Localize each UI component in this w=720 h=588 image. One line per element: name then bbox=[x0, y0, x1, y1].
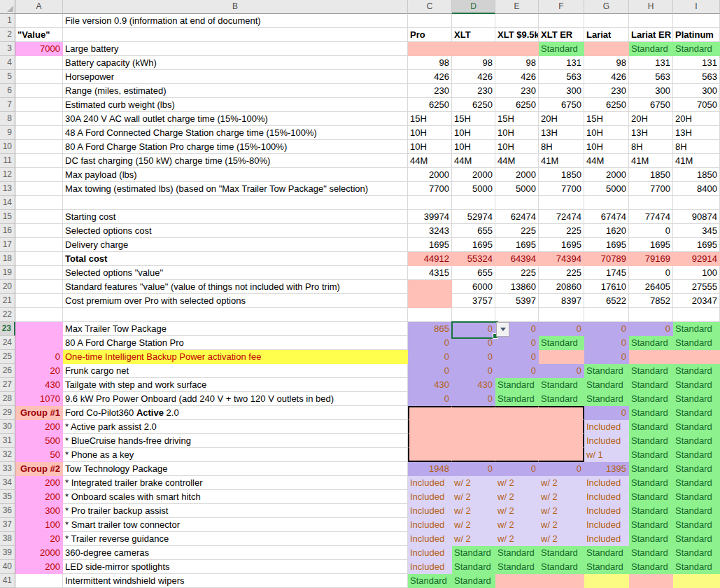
cell-C15[interactable]: 39974 bbox=[408, 210, 452, 224]
row-header-4[interactable]: 4 bbox=[0, 56, 15, 70]
cell-D22[interactable] bbox=[452, 308, 495, 322]
cell-E37[interactable]: w/ 2 bbox=[495, 518, 539, 532]
cell-E38[interactable]: w/ 2 bbox=[495, 532, 539, 546]
cell-I12[interactable]: 1850 bbox=[673, 168, 720, 182]
cell-C27[interactable]: 430 bbox=[408, 378, 452, 392]
cell-G17[interactable]: 1695 bbox=[584, 238, 629, 252]
cell-F34[interactable]: w/ 2 bbox=[539, 476, 584, 490]
cell-A15[interactable] bbox=[15, 210, 63, 224]
cell-E9[interactable]: 10H bbox=[495, 126, 539, 140]
cell-E6[interactable]: 230 bbox=[495, 84, 539, 98]
cell-D15[interactable]: 52974 bbox=[452, 210, 495, 224]
cell-F36[interactable]: w/ 2 bbox=[539, 504, 584, 518]
cell-B28[interactable]: 9.6 kW Pro Power Onboard (add 240 V + tw… bbox=[63, 392, 408, 406]
cell-I29[interactable]: Standard bbox=[673, 406, 720, 420]
row-header-8[interactable]: 8 bbox=[0, 112, 15, 126]
cell-E14[interactable] bbox=[495, 196, 539, 210]
cell-I31[interactable]: Standard bbox=[673, 434, 720, 448]
cell-I37[interactable]: Standard bbox=[673, 518, 720, 532]
cell-F40[interactable]: Standard bbox=[539, 560, 584, 574]
cell-D13[interactable]: 5000 bbox=[452, 182, 495, 196]
cell-A28[interactable]: 1070 bbox=[15, 392, 63, 406]
cell-H14[interactable] bbox=[629, 196, 673, 210]
cell-E20[interactable]: 13860 bbox=[495, 280, 539, 294]
cell-G5[interactable]: 426 bbox=[584, 70, 629, 84]
cell-C20[interactable] bbox=[408, 280, 452, 294]
row-header-26[interactable]: 26 bbox=[0, 364, 15, 378]
cell-C28[interactable]: 0 bbox=[408, 392, 452, 406]
column-header-D[interactable]: D bbox=[452, 0, 495, 14]
cell-G34[interactable]: Included bbox=[584, 476, 629, 490]
row-header-33[interactable]: 33 bbox=[0, 462, 15, 476]
cell-C37[interactable]: Included bbox=[408, 518, 452, 532]
cell-A8[interactable] bbox=[15, 112, 63, 126]
cell-E28[interactable]: Standard bbox=[495, 392, 539, 406]
row-header-2[interactable]: 2 bbox=[0, 28, 15, 42]
cell-B20[interactable]: Standard features "value" (value of thin… bbox=[63, 280, 408, 294]
cell-C22[interactable] bbox=[408, 308, 452, 322]
cell-F17[interactable]: 1695 bbox=[539, 238, 584, 252]
cell-A36[interactable]: 300 bbox=[15, 504, 63, 518]
cell-F16[interactable]: 225 bbox=[539, 224, 584, 238]
cell-A27[interactable]: 430 bbox=[15, 378, 63, 392]
cell-I26[interactable]: Standard bbox=[673, 364, 720, 378]
cell-C13[interactable]: 7700 bbox=[408, 182, 452, 196]
cell-B22[interactable] bbox=[63, 308, 408, 322]
cell-G41[interactable] bbox=[584, 574, 629, 588]
row-header-29[interactable]: 29 bbox=[0, 406, 15, 420]
cell-I23[interactable]: Standard bbox=[673, 322, 720, 336]
cell-C4[interactable]: 98 bbox=[408, 56, 452, 70]
cell-F5[interactable]: 563 bbox=[539, 70, 584, 84]
cell-D21[interactable]: 3757 bbox=[452, 294, 495, 308]
cell-E30[interactable] bbox=[495, 420, 539, 434]
cell-B11[interactable]: DC fast charging (150 kW) charge time (1… bbox=[63, 154, 408, 168]
cell-C39[interactable]: Included bbox=[408, 546, 452, 560]
cell-A17[interactable] bbox=[15, 238, 63, 252]
cell-B29[interactable]: Ford Co-Pilot360 Active 2.0 bbox=[63, 406, 408, 420]
cell-A34[interactable]: 200 bbox=[15, 476, 63, 490]
row-header-16[interactable]: 16 bbox=[0, 224, 15, 238]
cell-C1[interactable] bbox=[408, 14, 452, 28]
cell-H31[interactable]: Standard bbox=[629, 434, 673, 448]
row-header-20[interactable]: 20 bbox=[0, 280, 15, 294]
cell-G1[interactable] bbox=[584, 14, 629, 28]
cell-A18[interactable] bbox=[15, 252, 63, 266]
cell-E13[interactable]: 5000 bbox=[495, 182, 539, 196]
cell-A22[interactable] bbox=[15, 308, 63, 322]
row-header-36[interactable]: 36 bbox=[0, 504, 15, 518]
cell-B9[interactable]: 48 A Ford Connected Charge Station charg… bbox=[63, 126, 408, 140]
cell-F38[interactable]: w/ 2 bbox=[539, 532, 584, 546]
cell-G10[interactable]: 10H bbox=[584, 140, 629, 154]
row-header-30[interactable]: 30 bbox=[0, 420, 15, 434]
cell-D14[interactable] bbox=[452, 196, 495, 210]
cell-I1[interactable] bbox=[673, 14, 720, 28]
cell-B6[interactable]: Range (miles, estimated) bbox=[63, 84, 408, 98]
cell-E36[interactable]: w/ 2 bbox=[495, 504, 539, 518]
cell-D18[interactable]: 55324 bbox=[452, 252, 495, 266]
row-header-22[interactable]: 22 bbox=[0, 308, 15, 322]
cell-A31[interactable]: 500 bbox=[15, 434, 63, 448]
cell-D37[interactable]: w/ 2 bbox=[452, 518, 495, 532]
cell-G40[interactable]: Standard bbox=[584, 560, 629, 574]
cell-I17[interactable]: 1695 bbox=[673, 238, 720, 252]
cell-C32[interactable] bbox=[408, 448, 452, 462]
cell-G28[interactable]: Standard bbox=[584, 392, 629, 406]
cell-A6[interactable] bbox=[15, 84, 63, 98]
row-header-37[interactable]: 37 bbox=[0, 518, 15, 532]
cell-F23[interactable]: 0 bbox=[539, 322, 584, 336]
row-header-14[interactable]: 14 bbox=[0, 196, 15, 210]
cell-G27[interactable]: Standard bbox=[584, 378, 629, 392]
row-header-31[interactable]: 31 bbox=[0, 434, 15, 448]
cell-D28[interactable]: 0 bbox=[452, 392, 495, 406]
cell-D3[interactable] bbox=[452, 42, 495, 56]
cell-C17[interactable]: 1695 bbox=[408, 238, 452, 252]
cell-E29[interactable] bbox=[495, 406, 539, 420]
cell-A3[interactable]: 7000 bbox=[15, 42, 63, 56]
cell-F25[interactable] bbox=[539, 350, 584, 364]
cell-I36[interactable]: Standard bbox=[673, 504, 720, 518]
cell-E12[interactable]: 2000 bbox=[495, 168, 539, 182]
cell-H9[interactable]: 13H bbox=[629, 126, 673, 140]
cell-A9[interactable] bbox=[15, 126, 63, 140]
row-header-10[interactable]: 10 bbox=[0, 140, 15, 154]
cell-E2[interactable]: XLT $9.5k bbox=[495, 28, 539, 42]
